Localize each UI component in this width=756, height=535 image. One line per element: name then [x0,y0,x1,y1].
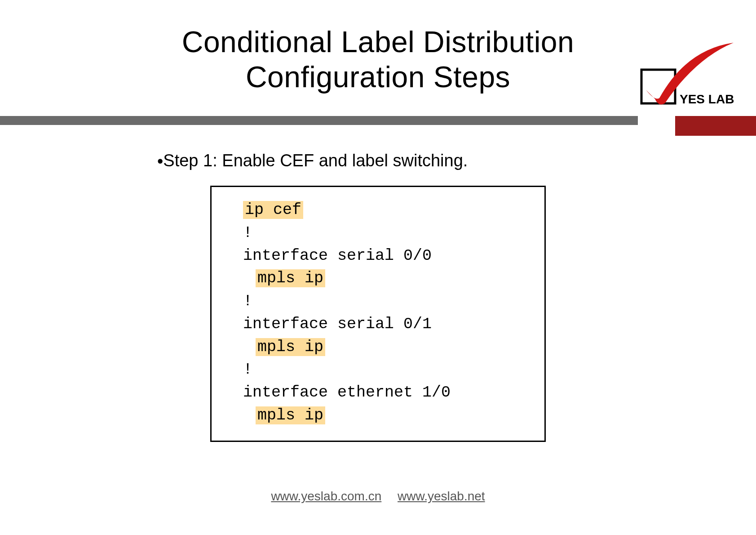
code-mpls-1: mpls ip [256,269,325,287]
bullet-icon: • [157,152,163,171]
footer-link-1[interactable]: www.yeslab.com.cn [271,489,381,503]
footer-link-2[interactable]: www.yeslab.net [398,489,485,503]
code-mpls-3: mpls ip [256,406,325,424]
code-mpls-2: mpls ip [256,338,325,356]
code-int-1b: serial 0/0 [328,247,432,265]
header-divider [0,116,638,125]
config-code-block: ip cef ! interface serial 0/0 mpls ip ! … [210,186,546,442]
code-int-1a: interface [243,247,328,265]
slide: Conditional Label Distribution Configura… [0,0,756,535]
code-int-3a: interface [243,383,328,401]
code-int-2a: interface [243,315,328,333]
code-bang-2: ! [243,290,531,313]
yeslab-logo: YES LAB [623,31,740,112]
brand-accent-block [675,116,756,136]
step-1-label: Step 1: Enable CEF and label switching. [163,151,468,170]
code-bang-1: ! [243,222,531,245]
code-ip-cef: ip cef [243,201,303,219]
code-bang-3: ! [243,358,531,381]
code-int-3b: ethernet 1/0 [328,383,451,401]
step-1-text: •Step 1: Enable CEF and label switching. [157,151,468,171]
checkmark-icon: YES LAB [623,31,740,112]
footer-links: www.yeslab.com.cn www.yeslab.net [0,489,756,504]
logo-text: YES LAB [680,92,734,106]
code-int-2b: serial 0/1 [328,315,432,333]
